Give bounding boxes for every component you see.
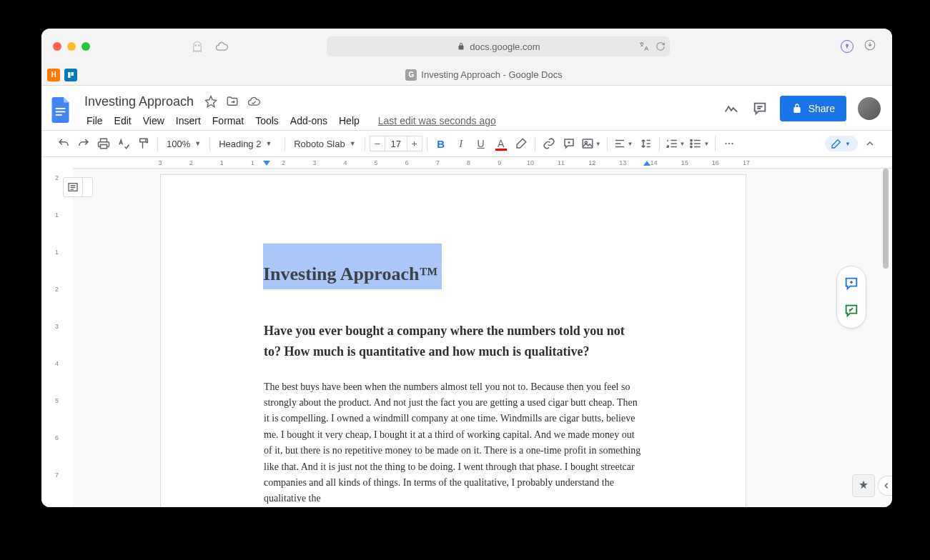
heading-2: Have you ever bought a company where the… [264, 321, 643, 362]
reload-icon[interactable] [656, 41, 666, 51]
menu-insert[interactable]: Insert [171, 112, 206, 129]
svg-point-15 [728, 143, 730, 144]
svg-point-2 [846, 44, 849, 46]
ruler-tick-v: 2 [55, 174, 59, 181]
vertical-ruler[interactable]: 21123456789 [41, 169, 73, 507]
selected-heading[interactable]: Investing Approach™ [263, 244, 442, 289]
numbered-list-button[interactable]: ▼ [664, 134, 687, 153]
explore-button[interactable] [852, 474, 875, 497]
text-color-button[interactable]: A [492, 134, 510, 153]
ruler-tick-v: 4 [55, 360, 59, 367]
cloud-status-icon[interactable] [247, 94, 261, 109]
close-window[interactable] [53, 42, 61, 51]
link-button[interactable] [540, 134, 558, 153]
menu-view[interactable]: View [138, 112, 169, 129]
ruler-tick: 17 [743, 159, 750, 166]
image-button[interactable]: ▼ [580, 134, 603, 153]
browser-window: docs.google.com H G Investing Approach -… [41, 29, 892, 507]
line-spacing-button[interactable] [636, 134, 655, 153]
star-icon[interactable] [204, 94, 218, 109]
bulleted-list-button[interactable]: ▼ [688, 134, 711, 153]
svg-rect-9 [583, 139, 593, 148]
font-size-increase[interactable]: + [407, 136, 422, 151]
svg-point-1 [199, 45, 200, 46]
move-icon[interactable] [225, 94, 239, 109]
menu-edit[interactable]: Edit [109, 112, 137, 129]
paint-format-button[interactable] [134, 134, 153, 153]
pinned-tab-1[interactable]: H [47, 69, 60, 81]
doc-title[interactable]: Investing Approach [81, 93, 197, 111]
font-size-control: − + [370, 136, 422, 151]
ruler-tick: 9 [498, 159, 501, 166]
address-bar[interactable]: docs.google.com [327, 36, 670, 56]
ruler-tick: 16 [712, 159, 719, 166]
minimize-window[interactable] [67, 42, 76, 51]
zoom-select[interactable]: 100%▼ [162, 134, 205, 153]
share-button[interactable]: Share [780, 96, 846, 121]
svg-rect-8 [56, 114, 62, 116]
comments-icon[interactable] [751, 100, 768, 117]
formatting-toolbar: 100%▼ Heading 2▼ Roboto Slab▼ − + B I U … [41, 130, 892, 157]
menu-file[interactable]: File [81, 112, 108, 129]
menu-help[interactable]: Help [334, 112, 365, 129]
translate-icon[interactable] [638, 41, 650, 52]
scrollbar-thumb[interactable] [883, 169, 889, 269]
editor-area: 21123456789 Investing Approach™ Have you… [41, 169, 892, 507]
last-edit-link[interactable]: Last edit was seconds ago [373, 112, 501, 129]
font-select[interactable]: Roboto Slab▼ [290, 134, 360, 153]
undo-button[interactable] [54, 134, 73, 153]
align-button[interactable]: ▼ [612, 134, 635, 153]
ruler-tick: 2 [282, 159, 285, 166]
svg-rect-7 [56, 111, 66, 113]
lock-icon [791, 103, 803, 114]
ruler-tick-v: 1 [55, 211, 59, 219]
menu-tools[interactable]: Tools [250, 112, 284, 129]
left-indent-marker[interactable] [263, 161, 270, 169]
body-paragraph: The best buys have been when the numbers… [264, 379, 643, 507]
add-comment-button[interactable] [841, 274, 861, 294]
tab-bar: H G Investing Approach - Google Docs [41, 64, 892, 86]
lock-icon [457, 42, 465, 51]
vertical-scrollbar[interactable] [881, 169, 891, 507]
ruler-tick: 7 [436, 159, 440, 166]
highlight-button[interactable] [512, 134, 530, 153]
onepassword-icon[interactable] [841, 40, 854, 53]
font-size-decrease[interactable]: − [370, 136, 385, 151]
document-outline-button[interactable] [63, 177, 83, 197]
ruler-tick: 12 [588, 159, 595, 166]
ruler-tick: 3 [158, 159, 162, 166]
activity-icon[interactable] [723, 100, 740, 117]
print-button[interactable] [94, 134, 113, 153]
ruler-tick-v: 5 [55, 397, 59, 404]
active-tab[interactable]: G Investing Approach - Google Docs [81, 69, 886, 81]
ruler-tick-v: 3 [55, 323, 59, 330]
collapse-toolbar-button[interactable] [861, 134, 879, 153]
editing-mode-button[interactable]: ▼ [825, 136, 858, 151]
pinned-tab-2[interactable] [64, 69, 77, 81]
suggest-edits-button[interactable] [841, 301, 861, 321]
cloud-icon[interactable] [214, 39, 229, 54]
account-avatar[interactable] [858, 97, 881, 120]
ghost-extension-icon[interactable] [190, 39, 204, 54]
right-indent-marker[interactable] [643, 161, 650, 169]
share-label: Share [808, 103, 835, 114]
style-select[interactable]: Heading 2▼ [214, 134, 280, 153]
bold-button[interactable]: B [432, 134, 450, 153]
redo-button[interactable] [74, 134, 93, 153]
underline-button[interactable]: U [472, 134, 490, 153]
font-size-input[interactable] [385, 136, 407, 151]
spellcheck-button[interactable] [114, 134, 133, 153]
maximize-window[interactable] [81, 42, 90, 51]
menu-addons[interactable]: Add-ons [285, 112, 332, 129]
italic-button[interactable]: I [452, 134, 470, 153]
comment-button[interactable] [560, 134, 578, 153]
menu-format[interactable]: Format [207, 112, 249, 129]
horizontal-ruler[interactable]: 3211234567891011121314151617 [73, 157, 892, 169]
more-button[interactable] [720, 134, 738, 153]
docs-logo[interactable] [49, 91, 74, 126]
document-page[interactable]: Investing Approach™ Have you ever bought… [160, 174, 746, 507]
ruler-tick: 1 [220, 159, 224, 166]
ruler-tick-v: 6 [55, 434, 59, 441]
ruler-tick: 10 [527, 159, 534, 166]
downloads-icon[interactable] [864, 39, 876, 54]
